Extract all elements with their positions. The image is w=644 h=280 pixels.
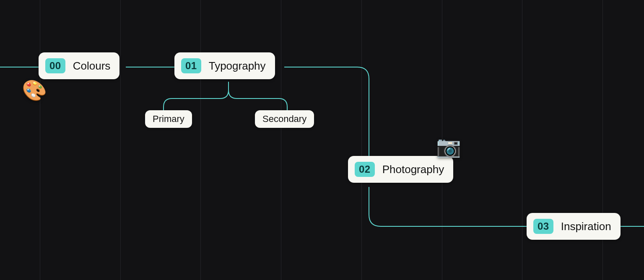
- child-secondary[interactable]: Secondary: [255, 110, 314, 128]
- camera-icon: 📷: [436, 137, 461, 157]
- node-typography[interactable]: 01 Typography: [174, 52, 275, 79]
- palette-icon: 🎨: [22, 80, 47, 101]
- node-colours-label: Colours: [73, 60, 111, 73]
- gridline: [522, 0, 522, 280]
- node-photography[interactable]: 02 Photography: [348, 156, 453, 183]
- node-inspiration-badge: 03: [533, 219, 553, 234]
- gridline: [120, 0, 121, 280]
- gridline: [361, 0, 362, 280]
- node-colours[interactable]: 00 Colours: [39, 52, 119, 79]
- node-typography-badge: 01: [181, 58, 201, 73]
- child-secondary-label: Secondary: [262, 114, 306, 124]
- gridline: [281, 0, 281, 280]
- node-typography-label: Typography: [209, 60, 266, 73]
- child-primary[interactable]: Primary: [145, 110, 192, 128]
- node-photography-label: Photography: [382, 163, 444, 176]
- gridline: [40, 0, 40, 280]
- node-inspiration[interactable]: 03 Inspiration: [527, 213, 621, 240]
- node-inspiration-label: Inspiration: [561, 220, 611, 233]
- diagram-canvas[interactable]: 00 Colours 🎨 01 Typography Primary Secon…: [0, 0, 644, 280]
- gridline: [200, 0, 201, 280]
- node-photography-badge: 02: [355, 162, 375, 177]
- node-colours-badge: 00: [45, 58, 65, 73]
- child-primary-label: Primary: [153, 114, 184, 124]
